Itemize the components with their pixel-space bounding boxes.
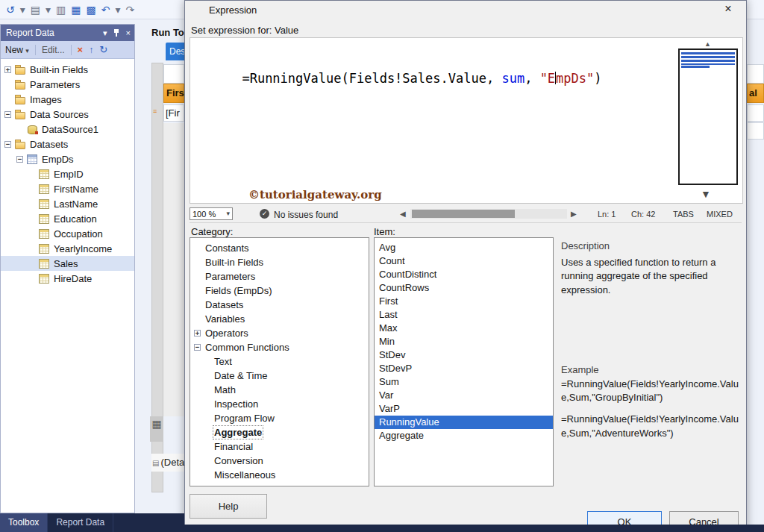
tree-item[interactable]: HireDate xyxy=(1,271,134,286)
function-item[interactable]: Max xyxy=(375,322,553,335)
dropdown-icon[interactable]: ▾ xyxy=(20,4,25,15)
category-item[interactable]: Text xyxy=(190,354,369,369)
row-group-details[interactable]: ▤(Detai xyxy=(151,454,184,472)
category-item[interactable]: Aggregate xyxy=(190,425,369,439)
hscroll-track[interactable] xyxy=(410,209,567,219)
new-button[interactable]: New ▾ xyxy=(5,45,29,55)
function-item[interactable]: RunningValue xyxy=(375,416,553,429)
category-item[interactable]: Datasets xyxy=(190,298,369,312)
tool-window-tab[interactable]: Toolbox xyxy=(0,513,48,532)
help-button[interactable]: Help xyxy=(190,494,267,519)
table-column-header-right[interactable]: al xyxy=(747,84,764,103)
undo-icon[interactable]: ↶ xyxy=(101,4,110,15)
run-toolbar-fragment[interactable]: Run To xyxy=(151,27,184,38)
function-item[interactable]: StDev xyxy=(375,348,553,362)
category-item[interactable]: + Operators xyxy=(190,326,369,340)
dropdown-icon[interactable]: ▾ xyxy=(115,4,120,15)
tree-item[interactable]: − Data Sources xyxy=(1,107,134,122)
open-file-icon[interactable]: ▥ xyxy=(56,4,66,15)
hscroll-right-icon[interactable]: ▶ xyxy=(571,210,577,218)
refresh-icon[interactable]: ↻ xyxy=(99,44,107,55)
tool-window-tab[interactable]: Report Data xyxy=(48,513,113,532)
hscroll-thumb[interactable] xyxy=(412,210,515,218)
report-data-panel-header[interactable]: Report Data ▾ × xyxy=(1,25,134,41)
tree-item[interactable]: − Datasets xyxy=(1,137,134,151)
category-item-label: Text xyxy=(214,356,232,367)
category-item[interactable]: Constants xyxy=(190,241,369,255)
dropdown-icon[interactable]: ▾ xyxy=(46,4,51,15)
tree-item-label: FirstName xyxy=(54,184,98,195)
category-item[interactable]: Variables xyxy=(190,312,369,326)
separator xyxy=(71,45,72,55)
expander-icon[interactable]: − xyxy=(4,141,11,148)
function-item[interactable]: Avg xyxy=(375,241,553,254)
redo-icon[interactable]: ↷ xyxy=(126,4,135,15)
table-cell-left[interactable]: [Fir xyxy=(163,104,184,122)
category-item[interactable]: Program Flow xyxy=(190,411,369,425)
delete-icon[interactable]: × xyxy=(78,44,84,55)
category-item[interactable]: Built-in Fields xyxy=(190,255,369,269)
save-icon[interactable]: ▦ xyxy=(71,4,81,15)
tree-item[interactable]: − EmpDs xyxy=(1,151,134,166)
category-item[interactable]: Date & Time xyxy=(190,369,369,383)
category-item[interactable]: Financial xyxy=(190,439,369,454)
close-icon[interactable]: × xyxy=(721,2,736,16)
function-item[interactable]: Aggregate xyxy=(375,429,553,442)
save-all-icon[interactable]: ▩ xyxy=(87,4,96,15)
scroll-up-icon[interactable]: ▲ xyxy=(704,40,711,48)
close-icon[interactable]: × xyxy=(126,29,131,37)
scroll-down-icon[interactable]: ▼ xyxy=(701,188,711,200)
move-up-icon[interactable]: ↑ xyxy=(89,45,93,55)
function-item[interactable]: Count xyxy=(375,254,553,268)
tree-item[interactable]: Parameters xyxy=(1,77,134,92)
expander-icon[interactable]: − xyxy=(4,111,11,118)
category-item[interactable]: − Common Functions xyxy=(190,340,369,354)
function-item[interactable]: Min xyxy=(375,335,553,348)
scrollbar-thumb[interactable] xyxy=(678,48,738,185)
window-menu-icon[interactable]: ▾ xyxy=(103,29,107,37)
expression-editor[interactable]: =RunningValue(Fields!Sales.Value, sum, "… xyxy=(190,37,743,204)
expander-icon[interactable]: − xyxy=(194,344,201,351)
function-item[interactable]: Var xyxy=(375,389,553,402)
field-icon xyxy=(39,198,50,210)
new-item-icon[interactable]: ▤ xyxy=(31,4,40,15)
tree-item-label: Data Sources xyxy=(30,109,89,120)
expander-icon[interactable]: − xyxy=(16,156,23,163)
tree-item[interactable]: Occupation xyxy=(1,226,134,241)
table-column-header-left[interactable]: Firs xyxy=(163,84,184,103)
tree-item[interactable]: Education xyxy=(1,211,134,226)
category-item[interactable]: Math xyxy=(190,383,369,397)
category-item[interactable]: Miscellaneous xyxy=(190,468,369,482)
tree-item[interactable]: FirstName xyxy=(1,181,134,196)
design-tab-fragment[interactable]: Des xyxy=(166,43,184,60)
zoom-dropdown[interactable]: 100 %▾ xyxy=(190,207,233,220)
hscroll-left-icon[interactable]: ◀ xyxy=(400,210,406,218)
function-item[interactable]: VarP xyxy=(375,402,553,416)
tree-item[interactable]: + Built-in Fields xyxy=(1,62,134,77)
navigate-back-icon[interactable]: ↺ xyxy=(6,4,15,15)
function-item[interactable]: CountRows xyxy=(375,281,553,295)
tree-item[interactable]: Sales xyxy=(1,256,134,271)
set-expression-for-label: Set expression for: Value xyxy=(191,25,298,36)
expander-icon[interactable]: + xyxy=(4,66,11,73)
tree-item[interactable]: Images xyxy=(1,92,134,107)
function-item[interactable]: Sum xyxy=(375,375,553,389)
function-item[interactable]: CountDistinct xyxy=(375,268,553,281)
grouping-pane-grid-icon[interactable]: ▦ xyxy=(150,416,163,442)
expression-text[interactable]: =RunningValue(Fields!Sales.Value, sum, "… xyxy=(196,41,602,86)
category-item[interactable]: Conversion xyxy=(190,454,369,468)
pin-icon[interactable] xyxy=(113,28,120,37)
function-item[interactable]: First xyxy=(375,295,553,308)
function-item[interactable]: Last xyxy=(375,308,553,322)
tree-item[interactable]: DataSource1 xyxy=(1,122,134,137)
tree-item[interactable]: LastName xyxy=(1,196,134,211)
tree-item[interactable]: EmpID xyxy=(1,166,134,181)
category-item[interactable]: Inspection xyxy=(190,397,369,411)
editor-scrollbar[interactable]: ▲ ▼ xyxy=(676,39,742,202)
function-item[interactable]: StDevP xyxy=(375,362,553,375)
tree-item[interactable]: YearlyIncome xyxy=(1,241,134,256)
edit-button[interactable]: Edit... xyxy=(42,45,65,55)
expander-icon[interactable]: + xyxy=(194,330,201,337)
category-item[interactable]: Parameters xyxy=(190,269,369,284)
category-item[interactable]: Fields (EmpDs) xyxy=(190,284,369,298)
